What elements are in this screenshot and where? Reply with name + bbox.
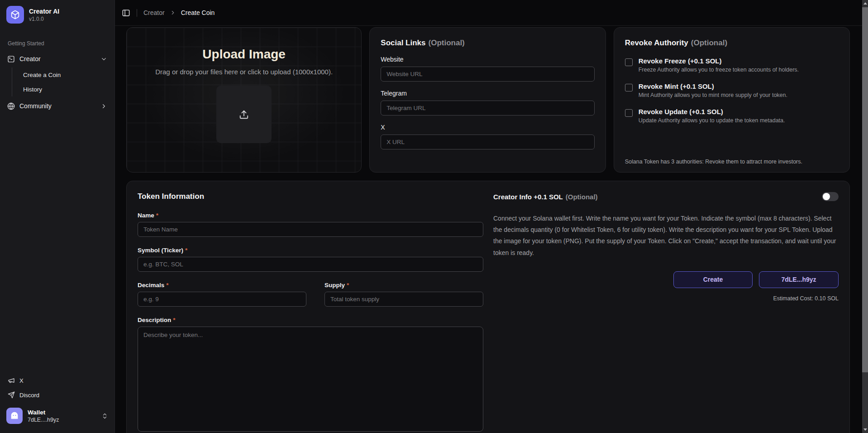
revoke-mint-description: Mint Authority allows you to mint more s… [639, 92, 787, 98]
optional-tag: (Optional) [566, 193, 598, 201]
wallet-address-button[interactable]: 7dLE...h9yz [759, 271, 839, 288]
app-name: Creator AI [29, 8, 59, 15]
topbar-divider [137, 9, 137, 17]
sidebar-item-creator[interactable]: Creator [0, 51, 114, 67]
sidebar-toggle-button[interactable] [122, 9, 130, 17]
revoke-update-option: Revoke Update (+0.1 SOL) Update Authorit… [625, 108, 839, 124]
revoke-freeze-checkbox[interactable] [625, 58, 633, 66]
sidebar-footer: X Discord Wallet 7dLE....h9yz [0, 373, 114, 433]
required-asterisk: * [347, 282, 349, 289]
revoke-mint-label[interactable]: Revoke Mint (+0.1 SOL) [639, 82, 787, 90]
revoke-mint-option: Revoke Mint (+0.1 SOL) Mint Authority al… [625, 82, 839, 98]
app-logo-row: Creator AI v1.0.0 [0, 0, 114, 29]
revoke-authority-title: Revoke Authority(Optional) [625, 38, 839, 48]
creator-info-panel: Creator Info +0.1 SOL(Optional) Connect … [493, 192, 839, 433]
revoke-authority-card: Revoke Authority(Optional) Revoke Freeze… [614, 27, 850, 173]
footer-link-label: Discord [19, 392, 39, 399]
chevron-down-icon [100, 56, 107, 63]
description-label: Description* [138, 317, 483, 323]
x-label: X [381, 124, 594, 131]
token-supply-input[interactable] [324, 292, 483, 307]
estimated-cost: Estimated Cost: 0.10 SOL [493, 295, 839, 302]
wallet-avatar [6, 408, 23, 424]
footer-link-discord[interactable]: Discord [0, 388, 114, 402]
wallet-address: 7dLE....h9yz [28, 417, 59, 423]
send-icon [8, 391, 15, 399]
optional-tag: (Optional) [429, 38, 465, 47]
website-input[interactable] [381, 67, 594, 82]
revoke-update-description: Update Authority allows you to update th… [639, 117, 785, 124]
name-label: Name* [138, 212, 483, 219]
page-content: Upload Image Drag or drop your files her… [115, 26, 862, 433]
scrollbar-down-arrow[interactable] [862, 426, 868, 433]
creator-info-toggle[interactable] [822, 192, 839, 201]
app-version: v1.0.0 [29, 16, 59, 22]
upload-icon [239, 110, 249, 120]
card-title: Revoke Authority [625, 38, 688, 47]
revoke-freeze-label[interactable]: Revoke Freeze (+0.1 SOL) [639, 57, 799, 65]
label-text: Name [138, 212, 154, 219]
sidebar-item-label: Community [19, 102, 52, 110]
terminal-icon [7, 55, 15, 63]
telegram-input[interactable] [381, 101, 594, 115]
sidebar-item-history[interactable]: History [12, 82, 114, 96]
creator-info-description: Connect your Solana wallet first. Write … [493, 213, 839, 259]
sidebar-item-create-a-coin[interactable]: Create a Coin [12, 67, 114, 82]
revoke-update-checkbox[interactable] [625, 109, 633, 117]
wallet-title: Wallet [28, 409, 59, 416]
app-logo [6, 6, 24, 24]
website-label: Website [381, 56, 594, 63]
revoke-mint-checkbox[interactable] [625, 84, 633, 91]
footer-link-x[interactable]: X [0, 373, 114, 388]
token-symbol-input[interactable] [138, 257, 483, 272]
scrollbar-thumb[interactable] [862, 7, 868, 372]
required-asterisk: * [156, 212, 158, 219]
card-title: Social Links [381, 38, 425, 47]
sidebar-item-label: Creator [19, 55, 41, 63]
megaphone-icon [8, 377, 15, 384]
supply-label: Supply* [324, 282, 483, 289]
topbar: Creator Create Coin [115, 0, 862, 26]
social-links-card: Social Links(Optional) Website Telegram … [369, 27, 606, 173]
scrollbar-up-arrow[interactable] [862, 0, 868, 7]
token-decimals-input[interactable] [138, 292, 306, 307]
symbol-label: Symbol (Ticker)* [138, 247, 483, 254]
sidebar-item-community[interactable]: Community [0, 98, 114, 114]
token-information-title: Token Information [138, 192, 483, 201]
toggle-knob [823, 193, 830, 200]
chevron-right-icon [100, 103, 107, 110]
sidebar: Creator AI v1.0.0 Getting Started Creato… [0, 0, 115, 433]
token-name-input[interactable] [138, 222, 483, 237]
wallet-selector[interactable]: Wallet 7dLE....h9yz [0, 402, 114, 428]
upload-preview-box[interactable] [216, 86, 272, 143]
title-text: Creator Info +0.1 SOL [493, 193, 563, 201]
label-text: Decimals [138, 282, 164, 289]
optional-tag: (Optional) [691, 38, 727, 47]
required-asterisk: * [166, 282, 168, 289]
label-text: Description [138, 317, 171, 323]
sidebar-section-label: Getting Started [0, 40, 114, 47]
page-scrollbar[interactable] [862, 0, 868, 433]
token-description-textarea[interactable] [138, 327, 483, 432]
create-button[interactable]: Create [673, 271, 753, 288]
revoke-freeze-option: Revoke Freeze (+0.1 SOL) Freeze Authorit… [625, 57, 839, 73]
upload-image-dropzone[interactable]: Upload Image Drag or drop your files her… [126, 27, 362, 173]
breadcrumb-parent[interactable]: Creator [143, 9, 165, 16]
decimals-label: Decimals* [138, 282, 306, 289]
token-form: Token Information Name* Symbol (Ticker)*… [138, 192, 483, 433]
required-asterisk: * [185, 247, 187, 254]
chevron-right-icon [170, 10, 176, 16]
sidebar-creator-subtree: Create a Coin History [12, 67, 114, 96]
package-cube-icon [10, 10, 20, 19]
ghost-icon [10, 411, 19, 421]
globe-icon [7, 102, 15, 110]
revoke-freeze-description: Freeze Authority allows you to freeze to… [639, 67, 799, 73]
chevrons-up-down-icon [101, 413, 108, 419]
revoke-footer-note: Solana Token has 3 authorities: Revoke t… [625, 159, 802, 165]
token-information-card: Token Information Name* Symbol (Ticker)*… [126, 181, 850, 433]
upload-title: Upload Image [202, 47, 286, 62]
revoke-update-label[interactable]: Revoke Update (+0.1 SOL) [639, 108, 785, 115]
label-text: Supply [324, 282, 345, 289]
x-url-input[interactable] [381, 135, 594, 149]
telegram-label: Telegram [381, 90, 594, 97]
